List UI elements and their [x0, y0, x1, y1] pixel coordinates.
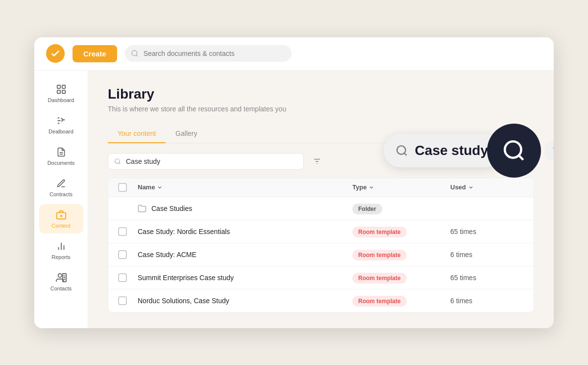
used-column-header[interactable]: Used: [450, 183, 524, 191]
row-used: 6 times: [450, 297, 524, 305]
filter-button[interactable]: [310, 154, 324, 169]
sidebar-item-documents[interactable]: Documents: [39, 141, 83, 171]
type-column-header[interactable]: Type: [352, 183, 450, 191]
contracts-icon: [55, 178, 67, 189]
sidebar-item-reports[interactable]: Reports: [39, 235, 83, 265]
sidebar: Dashboard Dealboard: [34, 71, 88, 328]
row-used: 6 times: [450, 251, 524, 259]
row-checkbox[interactable]: [118, 250, 138, 259]
main-layout: Dashboard Dealboard: [34, 71, 554, 328]
used-sort-icon: [468, 184, 474, 190]
name-sort-icon: [157, 184, 163, 190]
row-type: Room template: [352, 274, 450, 282]
search-bubble-text: Case study: [415, 143, 488, 158]
content-icon: [55, 209, 67, 221]
svg-rect-2: [57, 90, 60, 93]
type-badge: Folder: [352, 204, 382, 214]
content-search-input[interactable]: [108, 153, 304, 170]
contacts-icon: [55, 272, 67, 284]
table-row[interactable]: Case Study: ACME Room template 6 times: [108, 243, 534, 266]
reports-icon: [55, 240, 67, 252]
row-type: Room template: [352, 297, 450, 305]
content-area: Library This is where we store all the r…: [88, 71, 554, 328]
logo: [46, 44, 65, 63]
search-bubble: Case study: [384, 134, 502, 167]
svg-rect-0: [57, 85, 60, 88]
row-name-text: Case Study: Nordic Essentials: [138, 228, 230, 235]
search-overlay: Case study: [384, 124, 554, 178]
row-checkbox[interactable]: [118, 296, 138, 305]
table-header: Name Type Used: [108, 178, 534, 197]
folder-icon: [138, 204, 147, 213]
table-row[interactable]: Case Studies Folder: [108, 197, 534, 220]
svg-line-21: [404, 153, 407, 156]
tab-gallery[interactable]: Gallery: [166, 125, 207, 143]
type-header-label: Type: [352, 183, 367, 191]
search-large-icon: [502, 138, 526, 163]
svg-point-20: [397, 146, 405, 154]
row-name: Norduc Solutions, Case Study: [138, 297, 352, 305]
row-name: Case Studies: [138, 204, 352, 213]
dashboard-icon: [55, 83, 67, 95]
sidebar-item-dashboard[interactable]: Dashboard: [39, 78, 83, 108]
documents-label: Documents: [48, 160, 75, 166]
page-title: Library: [108, 86, 534, 102]
row-type: Folder: [352, 205, 450, 212]
row-used: 65 times: [450, 274, 524, 282]
row-name: Case Study: Nordic Essentials: [138, 228, 352, 235]
row-checkbox[interactable]: [118, 227, 138, 236]
reports-label: Reports: [51, 254, 71, 260]
contacts-label: Contacts: [50, 286, 72, 291]
content-label: Content: [51, 223, 71, 229]
content-table: Name Type Used: [108, 178, 534, 313]
row-name-text: Norduc Solutions, Case Study: [138, 297, 229, 305]
svg-rect-1: [62, 85, 65, 88]
filter-lines-icon: [552, 146, 554, 156]
sidebar-item-contacts[interactable]: Contacts: [39, 267, 83, 296]
used-header-label: Used: [450, 183, 466, 191]
table-row[interactable]: Norduc Solutions, Case Study Room templa…: [108, 289, 534, 312]
row-name-text: Case Studies: [151, 205, 192, 212]
type-badge: Room template: [352, 250, 407, 261]
table-row[interactable]: Summit Enterprises Case study Room templ…: [108, 266, 534, 289]
name-header-label: Name: [138, 183, 155, 191]
app-window: Create Dashboard: [34, 37, 554, 328]
create-button[interactable]: Create: [73, 45, 117, 62]
contracts-label: Contracts: [49, 191, 73, 197]
row-type: Room template: [352, 228, 450, 235]
dealboard-icon: [55, 115, 67, 127]
svg-point-22: [505, 141, 521, 157]
tab-your-content[interactable]: Your content: [108, 125, 166, 143]
row-type: Room template: [352, 251, 450, 259]
row-used: 65 times: [450, 228, 524, 235]
row-name: Summit Enterprises Case study: [138, 274, 352, 282]
search-dark-circle: [487, 124, 541, 178]
row-name: Case Study: ACME: [138, 251, 352, 259]
global-search-input[interactable]: [125, 45, 292, 62]
row-checkbox[interactable]: [118, 273, 138, 282]
documents-icon: [55, 146, 67, 158]
svg-line-23: [519, 155, 523, 159]
topbar: Create: [34, 37, 554, 71]
svg-point-12: [58, 273, 61, 277]
sidebar-item-dealboard[interactable]: Dealboard: [39, 110, 83, 139]
dealboard-label: Dealboard: [49, 129, 74, 134]
page-subtitle: This is where we store all the resources…: [108, 105, 534, 113]
row-name-text: Summit Enterprises Case study: [138, 274, 234, 282]
table-row[interactable]: Case Study: Nordic Essentials Room templ…: [108, 220, 534, 243]
svg-rect-3: [62, 90, 65, 93]
sidebar-item-contracts[interactable]: Contracts: [39, 173, 83, 202]
filter-lines-overlay[interactable]: [545, 141, 554, 160]
sidebar-item-content[interactable]: Content: [39, 204, 83, 234]
row-name-text: Case Study: ACME: [138, 251, 196, 259]
type-badge: Room template: [352, 273, 407, 284]
search-bubble-icon: [395, 144, 408, 157]
type-badge: Room template: [352, 296, 407, 307]
type-sort-icon: [368, 184, 374, 190]
type-badge: Room template: [352, 227, 407, 237]
dashboard-label: Dashboard: [48, 97, 74, 103]
name-column-header[interactable]: Name: [138, 183, 352, 191]
select-all-checkbox[interactable]: [118, 183, 138, 192]
